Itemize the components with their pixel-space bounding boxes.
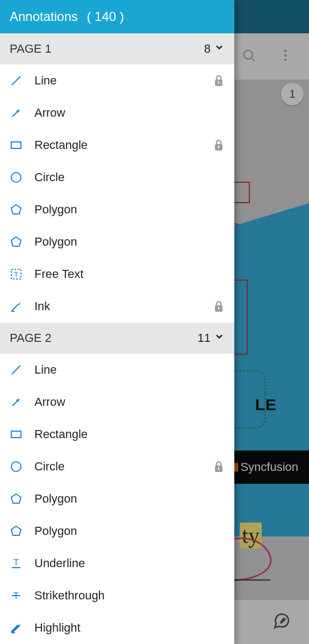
line-icon (9, 73, 24, 88)
annotation-item[interactable]: Ink (0, 290, 234, 323)
chevron-down-icon (214, 42, 225, 56)
annotation-label: Strikethrough (34, 589, 225, 603)
strikethrough-icon (9, 588, 24, 603)
polygon-icon (9, 234, 24, 249)
section-title: PAGE 1 (10, 42, 52, 56)
annotation-item[interactable]: Polygon (0, 483, 234, 515)
annotation-label: Ink (34, 299, 202, 313)
annotation-item[interactable]: Free Text (0, 258, 234, 290)
annotation-item[interactable]: Arrow (0, 386, 234, 418)
rectangle-icon (9, 138, 24, 153)
circle-icon (9, 459, 24, 474)
ink-icon (9, 299, 24, 314)
annotation-label: Rectangle (34, 427, 225, 441)
lock-icon (213, 74, 225, 88)
panel-title: Annotations (10, 9, 78, 24)
arrow-icon (9, 105, 24, 120)
annotation-label: Underline (34, 556, 225, 570)
polygon-icon (9, 524, 24, 539)
annotation-label: Highlight (34, 621, 225, 635)
annotation-label: Arrow (34, 395, 225, 409)
panel-count: ( 140 ) (83, 9, 124, 24)
polygon-icon (9, 491, 24, 506)
annotation-item[interactable]: Circle (0, 161, 234, 194)
lock-icon (213, 460, 225, 474)
annotation-label: Polygon (34, 235, 225, 249)
arrow-icon (9, 395, 24, 410)
page-section-header[interactable]: PAGE 211 (0, 323, 234, 354)
line-icon (9, 362, 24, 377)
underline-icon (9, 556, 24, 571)
freetext-icon (9, 267, 24, 282)
annotations-panel: Annotations ( 140 ) PAGE 18LineArrowRect… (0, 0, 234, 644)
annotation-label: Polygon (34, 203, 225, 217)
section-title: PAGE 2 (10, 331, 52, 345)
annotation-label: Line (34, 363, 225, 377)
annotation-item[interactable]: Polygon (0, 226, 234, 258)
annotation-label: Arrow (34, 106, 225, 120)
highlight-icon (9, 620, 24, 635)
annotation-item[interactable]: Line (0, 354, 234, 386)
annotation-item[interactable]: Circle (0, 450, 234, 483)
lock-icon (213, 138, 225, 152)
rectangle-icon (9, 427, 24, 442)
section-count: 8 (204, 42, 225, 56)
annotation-item[interactable]: Line (0, 65, 234, 97)
circle-icon (9, 170, 24, 185)
page-section-header[interactable]: PAGE 18 (0, 33, 234, 65)
annotation-item[interactable]: Highlight (0, 612, 234, 644)
lock-icon (213, 299, 225, 313)
annotation-label: Free Text (34, 267, 225, 281)
annotation-item[interactable]: Polygon (0, 515, 234, 547)
annotation-label: Line (34, 74, 202, 88)
annotations-list: PAGE 18LineArrowRectangleCirclePolygonPo… (0, 33, 234, 644)
chevron-down-icon (214, 331, 225, 345)
annotations-panel-header: Annotations ( 140 ) (0, 0, 234, 33)
annotation-label: Polygon (34, 524, 225, 538)
annotation-item[interactable]: Rectangle (0, 129, 234, 161)
annotation-item[interactable]: Underline (0, 547, 234, 579)
annotation-item[interactable]: Polygon (0, 194, 234, 226)
annotation-label: Rectangle (34, 138, 202, 152)
section-count: 11 (198, 331, 225, 345)
polygon-icon (9, 202, 24, 217)
annotation-label: Circle (34, 460, 202, 474)
annotation-item[interactable]: Strikethrough (0, 579, 234, 612)
annotation-label: Polygon (34, 492, 225, 506)
annotation-label: Circle (34, 170, 225, 184)
annotation-item[interactable]: Rectangle (0, 418, 234, 450)
annotation-item[interactable]: Arrow (0, 97, 234, 129)
